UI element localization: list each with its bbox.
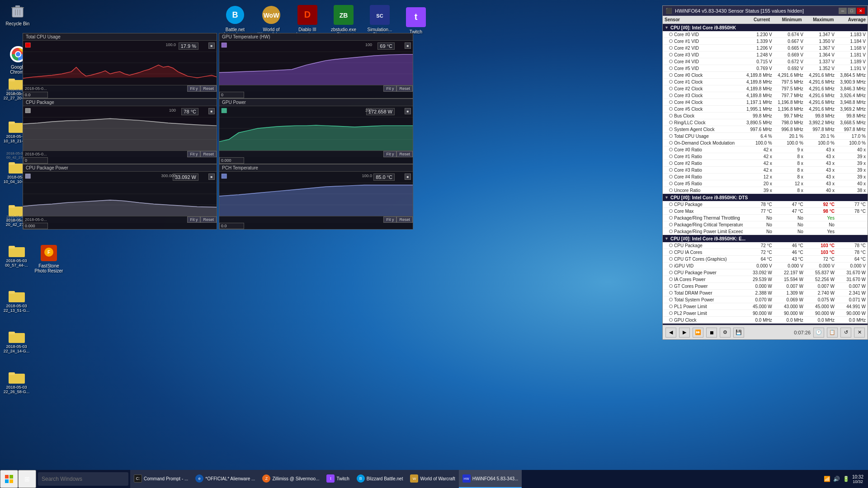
cpu-pkg-reset[interactable]: Reset [200, 151, 217, 157]
gpu-temp-options[interactable]: ■ [405, 42, 411, 49]
hw-sensor-row[interactable]: CPU GT Cores (Graphics) 64 °C 43 °C 72 °… [663, 256, 868, 263]
hwinfo-back-btn[interactable]: ◀ [665, 328, 676, 338]
hw-sensor-row[interactable]: Core #4 Ratio 12 x 8 x 43 x 39 x [663, 174, 868, 180]
cpu-package-options[interactable]: ■ [208, 108, 215, 114]
hw-sensor-row[interactable]: Package/Ring Power Limit Exceeded No No … [663, 228, 868, 235]
firefox-taskbar-btn[interactable]: Z Zillimiss @ Silvermoo... [259, 470, 323, 488]
hw-sensor-row[interactable]: Core #5 Clock 1,995.1 MHz 1,196.8 MHz 4,… [663, 106, 868, 113]
cmd-taskbar-btn[interactable]: C: Command Prompt - ... [130, 470, 192, 488]
hw-sensor-row[interactable]: Core #3 Clock 4,189.8 MHz 797.7 MHz 4,29… [663, 92, 868, 99]
hw-sensor-row[interactable]: Total CPU Usage 6.4 % 20.1 % 20.1 % 17.0… [663, 133, 868, 140]
gpu-pw-reset[interactable]: Reset [396, 151, 413, 157]
cpu-pkgpw-min[interactable] [23, 223, 48, 229]
hwinfo-log-btn[interactable]: 📋 [827, 328, 838, 338]
gpu-temp-fit-y[interactable]: Fit y [383, 85, 396, 92]
pch-temp-options[interactable]: ■ [405, 174, 411, 180]
hwinfo-export-btn[interactable]: 💾 [733, 328, 744, 338]
twitch-taskbar-btn[interactable]: t Twitch [323, 470, 353, 488]
cpu-fit-y-btn[interactable]: Fit y [187, 85, 200, 92]
hw-sensor-row[interactable]: Total System Power 0.070 W 0.069 W 0.075… [663, 296, 868, 303]
start-button[interactable] [0, 470, 18, 488]
hwinfo-settings-btn[interactable]: ⚙ [720, 328, 731, 338]
hw-sensor-row[interactable]: Package/Ring Critical Temperature No No … [663, 221, 868, 228]
task-view-btn[interactable]: ⊞ [18, 470, 36, 488]
hw-sensor-row[interactable]: Core #2 Clock 4,189.8 MHz 797.5 MHz 4,29… [663, 85, 868, 92]
cpu-usage-options[interactable]: ■ [208, 42, 215, 49]
hw-sensor-row[interactable]: Core #3 VID 1.248 V 0.669 V 1.364 V 1.18… [663, 52, 868, 58]
hw-sensor-row[interactable]: Uncore Ratio 39 x 8 x 40 x 38 x [663, 187, 868, 194]
recycle-bin-icon[interactable]: Recycle Bin [2, 2, 33, 26]
hw-sensor-row[interactable]: PL2 Power Limit 90.000 W 90.000 W 90.000… [663, 310, 868, 317]
hw-sensor-row[interactable]: Total DRAM Power 2.388 W 1.309 W 2.740 W… [663, 290, 868, 296]
hw-sensor-row[interactable]: On-Demand Clock Modulation 100.0 % 100.0… [663, 140, 868, 146]
gpu-pw-min[interactable] [219, 157, 244, 164]
hwinfo-minimize[interactable]: ─ [839, 8, 847, 14]
hw-sensor-row[interactable]: Core #5 VID 0.769 V 0.692 V 1.352 V 1.19… [663, 65, 868, 72]
hwinfo-maximize[interactable]: □ [848, 8, 856, 14]
hw-sensor-row[interactable]: Package/Ring Thermal Throttling No No Ye… [663, 215, 868, 221]
folder-icon-6[interactable]: 2018-05-0322_13_51-G... [2, 289, 31, 313]
cpu-reset-btn[interactable]: Reset [200, 85, 217, 92]
hw-sensor-row[interactable]: Core #1 Ratio 42 x 8 x 43 x 39 x [663, 153, 868, 160]
faststone-icon[interactable]: F FastStonePhoto Resizer [33, 244, 65, 273]
hw-sensor-row[interactable]: System Agent Clock 997.6 MHz 996.8 MHz 9… [663, 126, 868, 133]
hwinfo-close[interactable]: ✕ [857, 8, 865, 14]
tray-volume[interactable]: 🔊 [833, 476, 840, 482]
cpu-pkg-min[interactable] [23, 157, 48, 164]
hw-sensor-row[interactable]: Core #1 VID 1.339 V 0.667 V 1.350 V 1.18… [663, 38, 868, 45]
hwinfo-close2-btn[interactable]: ✕ [854, 328, 865, 338]
cpu-min-input[interactable] [23, 92, 48, 98]
hw-sensor-row[interactable]: GPU Clock 0.0 MHz 0.0 MHz 0.0 MHz 0.0 MH… [663, 317, 868, 324]
svg-rect-63 [222, 108, 226, 113]
hwinfo-clock-btn[interactable]: 🕐 [813, 328, 824, 338]
hw-sensor-row[interactable]: Core #5 Ratio 20 x 12 x 43 x 40 x [663, 180, 868, 187]
hw-sensor-row[interactable]: CPU Package Power 33.092 W 22.197 W 55.8… [663, 269, 868, 276]
hw-sensor-row[interactable]: CPU IA Cores 72 °C 46 °C 103 °C 78 °C [663, 249, 868, 256]
cpu-pkg-fit-y[interactable]: Fit y [187, 151, 200, 157]
wow-taskbar-btn[interactable]: W World of Warcraft [406, 470, 458, 488]
hw-sensor-row[interactable]: CPU Package 72 °C 46 °C 103 °C 78 °C [663, 242, 868, 249]
hw-sensor-row[interactable]: Core #4 VID 0.715 V 0.672 V 1.337 V 1.18… [663, 58, 868, 65]
hwinfo-taskbar-btn[interactable]: HW HWiNFO64 5.83-343... [459, 470, 522, 488]
hw-sensor-row[interactable]: Core #4 Clock 1,197.1 MHz 1,196.8 MHz 4,… [663, 99, 868, 106]
hwinfo-sensor-list[interactable]: ▼CPU [#0]: Intel Core i9-8950HK Core #0 … [663, 24, 868, 325]
cpu-pkgpw-fit-y[interactable]: Fit y [187, 216, 200, 223]
gpu-power-options[interactable]: ■ [405, 108, 411, 114]
pch-fit-y[interactable]: Fit y [383, 216, 396, 223]
hw-sensor-row[interactable]: iGPU VID 0.000 V 0.000 V 0.000 V 0.000 V [663, 263, 868, 269]
taskbar-clock[interactable]: 10:32 10/32 [852, 474, 863, 484]
hw-sensor-row[interactable]: Core #2 VID 1.206 V 0.665 V 1.367 V 1.16… [663, 45, 868, 52]
hw-sensor-row[interactable]: Core #0 Clock 4,189.8 MHz 4,291.6 MHz 4,… [663, 72, 868, 79]
hw-sensor-row[interactable]: Core Max 77 °C 47 °C 98 °C 78 °C [663, 208, 868, 215]
gpu-pw-fit-y[interactable]: Fit y [383, 151, 396, 157]
hw-sensor-row[interactable]: Bus Clock 99.8 MHz 99.7 MHz 99.8 MHz 99.… [663, 113, 868, 119]
battlenet-taskbar-btn[interactable]: B Blizzard Battle.net [353, 470, 407, 488]
hw-sensor-row[interactable]: Core #0 Ratio 42 x 9 x 43 x 40 x [663, 146, 868, 153]
folder-icon-8[interactable]: 2018-05-0322_26_58-G... [2, 371, 31, 394]
gpu-temp-min[interactable] [219, 92, 244, 98]
pch-reset[interactable]: Reset [396, 216, 413, 223]
hw-sensor-row[interactable]: Core #3 Ratio 42 x 8 x 43 x 39 x [663, 167, 868, 174]
hwinfo-stop-btn[interactable]: ⏹ [706, 328, 717, 338]
hwinfo-forward-btn[interactable]: ▶ [679, 328, 690, 338]
tray-network[interactable]: 📶 [824, 476, 830, 482]
hwinfo-skip-btn[interactable]: ⏩ [693, 328, 703, 338]
hw-sensor-row[interactable]: IA Cores Power 29.539 W 15.594 W 52.256 … [663, 276, 868, 283]
folder-icon-5[interactable]: 2018-05-0300_57_44-... [2, 244, 31, 273]
folder-icon-7[interactable]: 2018-05-0322_24_14-G... [2, 330, 31, 353]
taskbar-search-input[interactable] [38, 472, 128, 486]
hw-sensor-row[interactable]: Ring/LLC Clock 3,890.5 MHz 798.0 MHz 3,9… [663, 119, 868, 126]
cpu-pkg-power-options[interactable]: ■ [208, 174, 215, 180]
hw-sensor-row[interactable]: Core #1 Clock 4,189.8 MHz 797.5 MHz 4,29… [663, 79, 868, 85]
tray-battery[interactable]: 🔋 [843, 476, 849, 482]
hw-sensor-row[interactable]: GT Cores Power 0.000 W 0.007 W 0.007 W 0… [663, 283, 868, 290]
gpu-temp-reset[interactable]: Reset [396, 85, 413, 92]
hwinfo-reset-btn[interactable]: ↺ [840, 328, 851, 338]
cpu-pkgpw-reset[interactable]: Reset [200, 216, 217, 223]
pch-min[interactable] [219, 223, 244, 229]
hw-sensor-row[interactable]: Core #2 Ratio 42 x 8 x 43 x 39 x [663, 160, 868, 167]
hw-sensor-row[interactable]: PL1 Power Limit 45.000 W 43.000 W 45.000… [663, 303, 868, 310]
hw-sensor-row[interactable]: CPU Package 78 °C 47 °C 92 °C 77 °C [663, 201, 868, 208]
ie-taskbar-btn[interactable]: e *OFFICIAL* Alienware ... [192, 470, 259, 488]
hw-sensor-row[interactable]: Core #0 VID 1.230 V 0.674 V 1.347 V 1.18… [663, 31, 868, 38]
